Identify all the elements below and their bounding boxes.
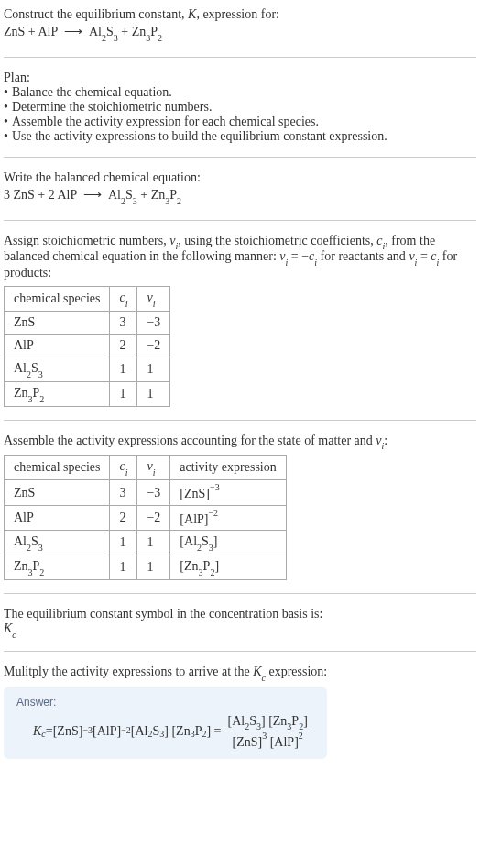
plan-item: •Use the activity expressions to build t… <box>4 129 476 144</box>
col-activity: activity expression <box>170 456 286 480</box>
reactant-1: ZnS <box>4 25 25 38</box>
plus-2: + <box>121 25 128 38</box>
table-header-row: chemical species ci νi <box>5 287 170 312</box>
fraction-numerator: [Al2S3] [Zn3P2] <box>224 714 311 732</box>
cell-c: 3 <box>110 311 137 334</box>
reaction-arrow: ⟶ <box>83 185 102 205</box>
product-1: Al2S3 <box>89 25 118 38</box>
cell-expr: [AlP]−2 <box>170 505 286 531</box>
activity-section: Assemble the activity expressions accoun… <box>4 434 476 581</box>
cell-nu: −2 <box>137 505 170 531</box>
cell-c: 1 <box>110 531 137 555</box>
divider <box>4 593 476 594</box>
bullet-icon: • <box>4 129 8 144</box>
plan-item-text: Determine the stoichiometric numbers. <box>12 100 213 114</box>
plan-item: •Determine the stoichiometric numbers. <box>4 100 476 115</box>
divider <box>4 220 476 221</box>
answer-label: Answer: <box>16 696 314 709</box>
stoich-text: Assign stoichiometric numbers, νi, using… <box>4 234 476 281</box>
plan-item-text: Use the activity expressions to build th… <box>12 129 387 143</box>
cell-nu: −3 <box>137 480 170 506</box>
col-ci: ci <box>110 287 137 312</box>
intro-prompt-b: , expression for: <box>196 7 279 21</box>
plan-section: Plan: •Balance the chemical equation. •D… <box>4 71 476 144</box>
reactant-1: ZnS <box>14 188 35 202</box>
table-header-row: chemical species ci νi activity expressi… <box>5 456 287 480</box>
plus: + <box>38 188 45 202</box>
col-nui: νi <box>137 287 170 312</box>
symbol-text: The equilibrium constant symbol in the c… <box>4 607 476 621</box>
plan-item: •Assemble the activity expression for ea… <box>4 115 476 129</box>
answer-box: Answer: Kc = [ZnS]−3 [AlP]−2 [Al2S3] [Zn… <box>4 687 327 759</box>
table-row: Al2S311 <box>5 357 170 381</box>
cell-species: AlP <box>5 505 110 531</box>
stoich-section: Assign stoichiometric numbers, νi, using… <box>4 234 476 407</box>
divider <box>4 157 476 158</box>
col-species: chemical species <box>5 456 110 480</box>
cell-c: 3 <box>110 480 137 506</box>
cell-species: ZnS <box>5 480 110 506</box>
bullet-icon: • <box>4 100 8 115</box>
bullet-icon: • <box>4 115 8 129</box>
cell-c: 1 <box>110 555 137 580</box>
cell-expr: [Zn3P2] <box>170 555 286 580</box>
plan-heading: Plan: <box>4 71 476 85</box>
cell-nu: 1 <box>137 381 170 406</box>
plus: + <box>140 188 147 202</box>
divider <box>4 420 476 421</box>
cell-species: Al2S3 <box>5 357 110 381</box>
cell-nu: −3 <box>137 311 170 334</box>
multiply-section: Mulitply the activity expressions to arr… <box>4 665 476 759</box>
plan-item-text: Assemble the activity expression for eac… <box>12 115 319 128</box>
cell-c: 1 <box>110 357 137 381</box>
balanced-section: Write the balanced chemical equation: 3 … <box>4 170 476 207</box>
table-row: ZnS3−3 <box>5 311 170 334</box>
coef-2: 2 <box>49 188 55 202</box>
table-row: Zn3P211[Zn3P2] <box>5 555 287 580</box>
cell-species: Zn3P2 <box>5 555 110 580</box>
cell-nu: 1 <box>137 531 170 555</box>
fraction-denominator: [ZnS]3 [AlP]2 <box>224 731 311 750</box>
cell-species: ZnS <box>5 311 110 334</box>
symbol-section: The equilibrium constant symbol in the c… <box>4 607 476 638</box>
product-1: Al2S3 <box>108 188 137 202</box>
activity-table: chemical species ci νi activity expressi… <box>4 455 287 580</box>
cell-expr: [Al2S3] <box>170 531 286 555</box>
divider <box>4 651 476 652</box>
plan-list: •Balance the chemical equation. •Determi… <box>4 85 476 144</box>
table-row: AlP2−2 <box>5 334 170 357</box>
cell-c: 2 <box>110 505 137 531</box>
intro-K: K <box>188 7 196 21</box>
plus-1: + <box>28 25 36 38</box>
table-row: AlP2−2[AlP]−2 <box>5 505 287 531</box>
reaction-arrow: ⟶ <box>64 22 82 42</box>
intro-prompt-a: Construct the equilibrium constant, <box>4 7 188 21</box>
cell-species: Al2S3 <box>5 531 110 555</box>
stoich-table: chemical species ci νi ZnS3−3 AlP2−2 Al2… <box>4 286 170 406</box>
symbol-value: Kc <box>4 621 476 638</box>
product-2: Zn3P2 <box>132 25 162 38</box>
table-row: Al2S311[Al2S3] <box>5 531 287 555</box>
bullet-icon: • <box>4 85 8 100</box>
reactant-2: AlP <box>57 188 76 202</box>
product-2: Zn3P2 <box>151 188 181 202</box>
activity-heading: Assemble the activity expressions accoun… <box>4 434 476 450</box>
table-row: Zn3P211 <box>5 381 170 406</box>
cell-species: Zn3P2 <box>5 381 110 406</box>
intro-section: Construct the equilibrium constant, K, e… <box>4 7 476 44</box>
coef-1: 3 <box>4 188 10 202</box>
unbalanced-equation: ZnS + AlP ⟶ Al2S3 + Zn3P2 <box>4 22 476 44</box>
balanced-equation: 3 ZnS + 2 AlP ⟶ Al2S3 + Zn3P2 <box>4 185 476 207</box>
plan-item: •Balance the chemical equation. <box>4 85 476 100</box>
intro-prompt: Construct the equilibrium constant, K, e… <box>4 7 476 22</box>
col-nui: νi <box>137 456 170 480</box>
multiply-text: Mulitply the activity expressions to arr… <box>4 665 476 681</box>
col-species: chemical species <box>5 287 110 312</box>
col-ci: ci <box>110 456 137 480</box>
cell-nu: −2 <box>137 334 170 357</box>
cell-expr: [ZnS]−3 <box>170 480 286 506</box>
cell-c: 1 <box>110 381 137 406</box>
cell-c: 2 <box>110 334 137 357</box>
cell-species: AlP <box>5 334 110 357</box>
table-row: ZnS3−3[ZnS]−3 <box>5 480 287 506</box>
